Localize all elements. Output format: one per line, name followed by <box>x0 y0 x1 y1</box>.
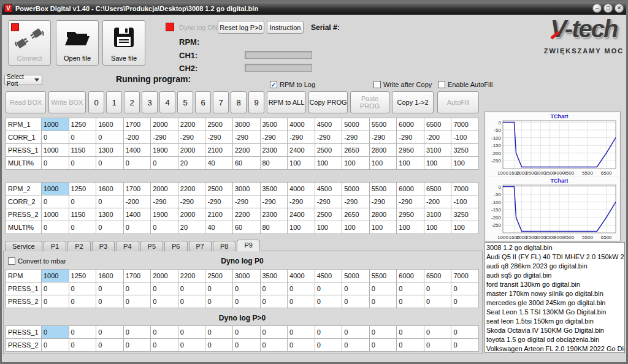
grid-cell[interactable]: -290 <box>151 131 178 144</box>
grid-cell[interactable]: 100 <box>342 221 370 234</box>
grid-cell[interactable]: 2100 <box>205 208 233 221</box>
grid-cell[interactable]: 2400 <box>288 208 315 221</box>
grid-cell[interactable]: 0 <box>69 131 96 144</box>
tab-p4[interactable]: P4 <box>116 241 139 251</box>
grid-cell[interactable]: -290 <box>260 131 288 144</box>
instruction-button[interactable]: Instruction <box>267 21 304 34</box>
digit-button-7[interactable]: 7 <box>213 91 229 113</box>
grid-cell[interactable]: 5000 <box>342 183 370 195</box>
grid-cell[interactable]: 4500 <box>315 270 342 282</box>
digit-button-2[interactable]: 2 <box>124 91 140 113</box>
grid-cell[interactable]: 0 <box>315 295 342 308</box>
grid-cell[interactable]: -290 <box>205 195 233 208</box>
grid-cell[interactable]: -200 <box>424 131 451 144</box>
grid-cell[interactable]: 1900 <box>151 208 178 221</box>
grid-cell[interactable]: 0 <box>69 282 96 295</box>
open-file-button[interactable]: Open file <box>56 20 99 66</box>
tab-p5[interactable]: P5 <box>140 241 163 251</box>
grid-cell[interactable]: 100 <box>288 157 315 170</box>
file-list-item[interactable]: audi sq5 go digital.bin <box>486 271 624 280</box>
grid-cell[interactable]: -290 <box>232 131 260 144</box>
grid-cell[interactable]: -200 <box>123 131 151 144</box>
digit-button-9[interactable]: 9 <box>248 91 264 113</box>
maximize-button[interactable]: □ <box>603 4 613 13</box>
file-list-item[interactable]: Volkswagen Arteon FL 2.0 190KM 2022 Go D… <box>486 344 624 353</box>
grid-cell[interactable]: 100 <box>342 157 370 170</box>
grid-cell[interactable]: 2000 <box>178 208 205 221</box>
grid-cell[interactable]: 3250 <box>451 144 479 157</box>
grid-cell[interactable]: 0 <box>369 295 397 308</box>
grid-cell[interactable]: 100 <box>451 221 479 234</box>
grid-cell[interactable]: 0 <box>205 339 233 352</box>
grid-cell[interactable]: 100 <box>288 221 315 234</box>
grid-cell[interactable]: 0 <box>42 157 69 170</box>
grid-cell[interactable]: 0 <box>288 326 315 339</box>
grid-cell[interactable]: 0 <box>96 282 124 295</box>
grid-cell[interactable]: 6500 <box>424 118 451 131</box>
grid-cell[interactable]: 0 <box>42 131 69 144</box>
grid-cell[interactable]: 1150 <box>69 144 96 157</box>
grid-cell[interactable]: 60 <box>232 157 260 170</box>
grid-cell[interactable]: 2500 <box>315 208 342 221</box>
grid-cell[interactable]: 0 <box>123 221 151 234</box>
grid-cell[interactable]: 3500 <box>260 270 288 282</box>
grid-cell[interactable]: -290 <box>369 131 397 144</box>
digit-button-3[interactable]: 3 <box>142 91 158 113</box>
grid-cell[interactable]: 0 <box>397 295 424 308</box>
grid-cell[interactable]: 0 <box>232 326 260 339</box>
grid-cell[interactable]: 20 <box>178 221 205 234</box>
grid-cell[interactable]: 0 <box>315 339 342 352</box>
close-button[interactable]: ✕ <box>615 4 624 13</box>
rpm-to-log-checkbox[interactable]: ✓ RPM to Log <box>270 81 315 88</box>
grid-cell[interactable]: 6000 <box>397 183 424 195</box>
grid-cell[interactable]: 0 <box>369 282 397 295</box>
grid-cell[interactable]: 0 <box>42 295 69 308</box>
grid-cell[interactable]: 0 <box>205 295 233 308</box>
grid-cell[interactable]: 0 <box>369 339 397 352</box>
grid-cell[interactable]: 100 <box>451 157 479 170</box>
grid-cell[interactable]: 0 <box>123 326 151 339</box>
file-list-item[interactable]: Seat Leon 1.5 TSI 130KM Go Digital.bin <box>486 308 624 317</box>
grid-cell[interactable]: 2300 <box>260 144 288 157</box>
grid-cell[interactable]: 2200 <box>232 144 260 157</box>
paste-prog-button[interactable]: Paste PROG <box>350 91 389 113</box>
grid-cell[interactable]: 0 <box>96 195 124 208</box>
grid-cell[interactable]: -100 <box>451 195 479 208</box>
grid-cell[interactable]: 3000 <box>232 183 260 195</box>
digit-button-0[interactable]: 0 <box>88 91 104 113</box>
grid-cell[interactable]: 0 <box>315 282 342 295</box>
grid-cell[interactable]: 0 <box>42 282 69 295</box>
grid-cell[interactable]: 6000 <box>397 270 424 282</box>
grid-cell[interactable]: -290 <box>288 195 315 208</box>
grid-cell[interactable]: 4000 <box>288 118 315 131</box>
grid-cell[interactable]: 2000 <box>151 270 178 282</box>
reset-log-button[interactable]: Reset log P>0 <box>218 21 264 34</box>
grid-cell[interactable]: 0 <box>205 326 233 339</box>
grid-cell[interactable]: -290 <box>397 131 424 144</box>
grid-cell[interactable]: 1150 <box>69 208 96 221</box>
grid-cell[interactable]: 0 <box>151 295 178 308</box>
grid-cell[interactable]: 2300 <box>260 208 288 221</box>
grid-cell[interactable]: 1250 <box>69 183 96 195</box>
grid-cell[interactable]: 0 <box>397 282 424 295</box>
write-box-button[interactable]: Write BOX <box>48 91 86 113</box>
grid-cell[interactable]: 0 <box>205 282 233 295</box>
grid-cell[interactable]: 1600 <box>96 118 124 131</box>
grid-cell[interactable]: 0 <box>451 295 479 308</box>
grid-cell[interactable]: 2650 <box>342 144 370 157</box>
tab-p8[interactable]: P8 <box>213 241 236 251</box>
copy-prog-button[interactable]: Copy PROG <box>308 91 348 113</box>
read-box-button[interactable]: Read BOX <box>6 91 46 113</box>
grid-cell[interactable]: 2800 <box>369 208 397 221</box>
grid-cell[interactable]: 0 <box>424 339 451 352</box>
grid-cell[interactable]: 1700 <box>123 270 151 282</box>
grid-cell[interactable]: 0 <box>151 157 178 170</box>
grid-cell[interactable]: 2000 <box>151 118 178 131</box>
digit-button-6[interactable]: 6 <box>195 91 211 113</box>
grid-cell[interactable]: 2200 <box>178 270 205 282</box>
grid-cell[interactable]: 0 <box>123 282 151 295</box>
grid-cell[interactable]: -290 <box>397 195 424 208</box>
grid-cell[interactable]: 0 <box>178 295 205 308</box>
grid-cell[interactable]: 2000 <box>178 144 205 157</box>
grid-cell[interactable]: 3500 <box>260 183 288 195</box>
